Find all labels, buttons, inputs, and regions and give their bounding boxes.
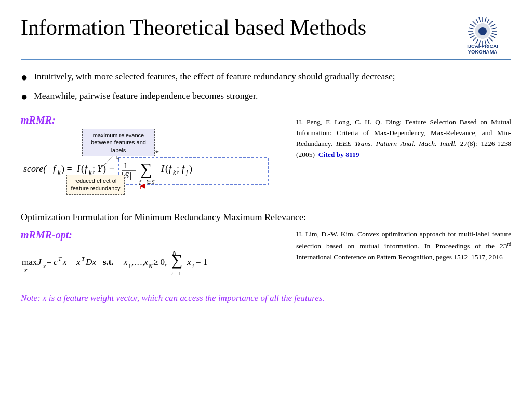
svg-text:;: ; — [177, 164, 179, 174]
svg-text:,…,: ,…, — [131, 257, 145, 267]
svg-point-25 — [478, 27, 487, 35]
svg-text:−: − — [69, 257, 74, 267]
svg-text:s.t.: s.t. — [103, 257, 114, 267]
svg-text:i: i — [192, 263, 194, 269]
svg-text:|: | — [130, 171, 131, 180]
svg-text:x: x — [123, 257, 128, 267]
svg-text:= 1: = 1 — [196, 257, 207, 267]
mrmr-opt-formula-svg: max x J x = c T x − x T — [21, 245, 275, 282]
svg-text:f: f — [182, 164, 186, 174]
note-x: x — [43, 293, 47, 303]
svg-text:∈: ∈ — [146, 179, 151, 185]
svg-text:N: N — [148, 263, 153, 269]
svg-line-23 — [469, 28, 474, 29]
mrmr-formula-area: mRMR: maximum relevance between features… — [21, 114, 281, 202]
svg-text:S: S — [125, 171, 129, 180]
svg-line-18 — [492, 28, 497, 29]
svg-text:N: N — [172, 249, 177, 256]
svg-line-17 — [479, 17, 481, 22]
svg-text:x: x — [187, 257, 191, 267]
svg-line-4 — [491, 36, 496, 38]
svg-text:T: T — [82, 256, 85, 262]
bullet-dot-1: ● — [21, 69, 28, 86]
svg-text:=: = — [47, 257, 52, 267]
svg-text:S: S — [152, 179, 155, 185]
svg-text:(: ( — [165, 164, 168, 175]
svg-text:−: − — [109, 164, 114, 174]
svg-text:f: f — [139, 179, 142, 185]
slide: Information Theoretical based Methods — [0, 0, 532, 399]
svg-text:f: f — [169, 164, 173, 174]
svg-text:Dx: Dx — [85, 257, 96, 267]
svg-line-10 — [470, 24, 475, 27]
svg-text:j: j — [185, 169, 188, 176]
svg-text:x: x — [62, 257, 67, 267]
svg-line-15 — [473, 21, 476, 25]
svg-text:;: ; — [92, 164, 95, 174]
bullet-dot-2: ● — [21, 88, 28, 105]
svg-text:x: x — [76, 257, 81, 267]
divider — [21, 59, 511, 60]
svg-marker-62 — [156, 150, 159, 153]
annotation-max-relevance: maximum relevance between features and l… — [82, 129, 155, 156]
svg-text:IJCAI-PRICAI: IJCAI-PRICAI — [467, 43, 498, 49]
svg-text:I: I — [161, 164, 165, 174]
svg-text:(: ( — [81, 164, 84, 175]
should-span: should — [298, 71, 323, 82]
svg-line-2 — [491, 24, 496, 27]
svg-text:): ) — [189, 164, 192, 175]
svg-text:I: I — [76, 164, 81, 174]
svg-text:≥ 0,: ≥ 0, — [153, 257, 167, 267]
ref2-text: H. Lim, D.-W. Kim. Convex optimization a… — [296, 230, 511, 261]
svg-text:j: j — [142, 182, 144, 187]
svg-text:∑: ∑ — [140, 159, 152, 178]
mrmr-reference: H. Peng, F. Long, C. H. Q. Ding: Feature… — [296, 114, 511, 161]
svg-line-12 — [489, 21, 493, 25]
bullet-item-2: ● Meanwhile, pairwise feature independen… — [21, 89, 511, 105]
header: Information Theoretical based Methods — [21, 16, 511, 55]
svg-text:1: 1 — [128, 263, 131, 269]
svg-line-13 — [489, 37, 493, 41]
svg-line-8 — [470, 36, 475, 38]
svg-line-22 — [469, 34, 474, 35]
svg-text:score(: score( — [23, 164, 47, 175]
svg-text:k: k — [173, 169, 176, 176]
svg-text:) =: ) = — [61, 164, 72, 175]
mrmr-section: mRMR: maximum relevance between features… — [21, 114, 511, 202]
svg-line-19 — [492, 34, 497, 35]
svg-line-16 — [485, 17, 487, 22]
svg-text:f: f — [53, 164, 57, 174]
svg-text:k: k — [58, 169, 61, 176]
opt-title: Optimization Formulation for Minimum Red… — [21, 212, 511, 223]
bullet-text-1: Intuitively, with more selected features… — [34, 70, 511, 83]
svg-text:x: x — [24, 267, 28, 274]
svg-text:x: x — [43, 263, 46, 269]
svg-text:J: J — [37, 257, 42, 267]
mrmr-label: mRMR: — [21, 114, 281, 126]
svg-text:T: T — [58, 256, 62, 262]
svg-text:=1: =1 — [175, 270, 181, 276]
svg-line-11 — [476, 19, 478, 23]
formula-container: maximum relevance between features and l… — [21, 129, 275, 202]
svg-line-14 — [473, 37, 476, 41]
logo-svg: IJCAI-PRICAI YOKOHAMA — [454, 16, 511, 55]
svg-text:c: c — [54, 257, 58, 267]
svg-line-1 — [487, 19, 490, 23]
mrmr-opt-label: mRMR-opt: — [21, 229, 281, 241]
svg-text:YOKOHAMA: YOKOHAMA — [468, 49, 498, 55]
annotation-reduced: reduced effect of feature redundancy — [66, 175, 125, 195]
logo: IJCAI-PRICAI YOKOHAMA — [454, 16, 511, 55]
page-title: Information Theoretical based Methods — [21, 16, 449, 39]
svg-text:1: 1 — [124, 161, 128, 170]
svg-text:i: i — [171, 270, 173, 276]
note: Note: x is a feature weight vector, whic… — [21, 293, 511, 303]
cited-by-badge[interactable]: Cited by 8119 — [318, 151, 360, 158]
bullet-text-2: Meanwhile, pairwise feature independence… — [34, 89, 511, 102]
svg-text:max: max — [22, 257, 37, 267]
bullet-item-1: ● Intuitively, with more selected featur… — [21, 70, 511, 86]
svg-text:f: f — [85, 164, 89, 174]
bullet-list: ● Intuitively, with more selected featur… — [21, 70, 511, 105]
svg-text:x: x — [143, 257, 148, 267]
ref1-journal: IEEE Trans. Pattern Anal. Mach. Intell. — [336, 140, 457, 148]
mrmr-opt-section: mRMR-opt: max x J x = c T x — [21, 229, 511, 284]
